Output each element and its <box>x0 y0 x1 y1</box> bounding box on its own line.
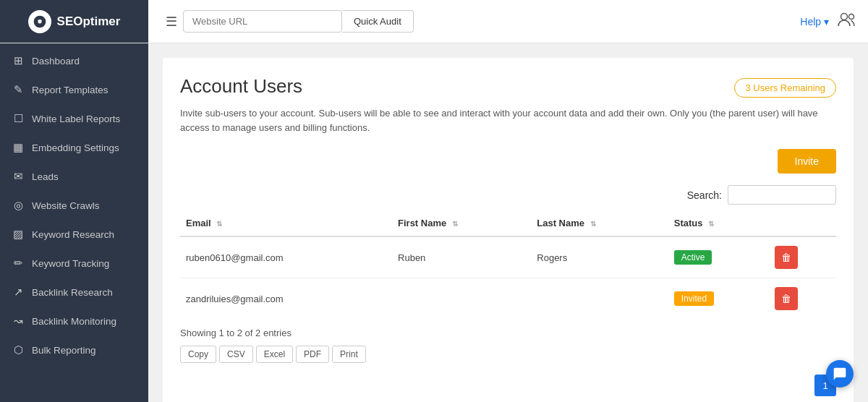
cell-status: Active <box>668 236 769 278</box>
sidebar-label-embedding: Embedding Settings <box>32 142 119 153</box>
export-csv-button[interactable]: CSV <box>219 346 253 363</box>
logo-area: SEOptimer <box>0 0 148 43</box>
svg-point-2 <box>841 13 848 20</box>
table-row: zandriluies@gmail.com Invited 🗑 <box>180 278 836 320</box>
export-print-button[interactable]: Print <box>332 346 366 363</box>
kw-research-icon: ▨ <box>12 228 25 241</box>
sidebar-label-white-label: White Label Reports <box>32 114 120 124</box>
users-remaining-badge: 3 Users Remaining <box>734 78 836 98</box>
cell-email: zandriluies@gmail.com <box>180 278 392 320</box>
sort-icon-status[interactable]: ⇅ <box>708 220 714 228</box>
svg-point-3 <box>849 14 854 19</box>
entries-text: Showing 1 to 2 of 2 entries <box>180 328 836 338</box>
sidebar-item-white-label-reports[interactable]: ☐ White Label Reports <box>0 104 148 133</box>
status-badge: Invited <box>674 291 714 306</box>
delete-button[interactable]: 🗑 <box>775 287 798 310</box>
invite-row: Invite <box>180 149 836 174</box>
sort-icon-email[interactable]: ⇅ <box>216 220 222 228</box>
sidebar-label-leads: Leads <box>32 171 59 182</box>
cell-first-name: Ruben <box>392 236 531 278</box>
logo: SEOptimer <box>28 10 121 33</box>
logo-text: SEOptimer <box>57 14 121 29</box>
sidebar-label-dashboard: Dashboard <box>32 56 80 67</box>
export-excel-button[interactable]: Excel <box>256 346 293 363</box>
sort-icon-firstname[interactable]: ⇅ <box>452 220 458 228</box>
sidebar-label-report-templates: Report Templates <box>32 85 109 95</box>
cell-actions: 🗑 <box>769 236 836 278</box>
sidebar-label-backlink-research: Backlink Research <box>32 287 113 298</box>
cell-status: Invited <box>668 278 769 320</box>
backlink-research-icon: ↗ <box>12 286 25 299</box>
crawls-icon: ◎ <box>12 199 25 212</box>
search-input[interactable] <box>728 185 836 205</box>
col-status: Status ⇅ <box>668 210 769 236</box>
svg-point-1 <box>38 20 41 23</box>
export-buttons: CopyCSVExcelPDFPrint <box>180 346 836 363</box>
col-email: Email ⇅ <box>180 210 392 236</box>
pagination-row: 1 <box>180 375 836 396</box>
invite-button[interactable]: Invite <box>778 149 836 174</box>
sidebar-label-crawls: Website Crawls <box>32 200 100 211</box>
cell-first-name <box>392 278 531 320</box>
sidebar-label-bulk-reporting: Bulk Reporting <box>32 345 96 356</box>
content-card: Account Users 3 Users Remaining Invite s… <box>163 58 854 402</box>
users-table: Email ⇅ First Name ⇅ Last Name ⇅ Status … <box>180 210 836 319</box>
description: Invite sub-users to your account. Sub-us… <box>180 106 831 134</box>
cell-email: ruben0610@gmail.com <box>180 236 392 278</box>
cell-last-name: Rogers <box>531 236 668 278</box>
col-last-name: Last Name ⇅ <box>531 210 668 236</box>
embedding-icon: ▦ <box>12 141 25 154</box>
sidebar-item-dashboard[interactable]: ⊞ Dashboard <box>0 46 148 75</box>
card-header: Account Users 3 Users Remaining <box>180 75 836 98</box>
sidebar-item-keyword-research[interactable]: ▨ Keyword Research <box>0 220 148 249</box>
sidebar-item-backlink-research[interactable]: ↗ Backlink Research <box>0 278 148 307</box>
logo-icon <box>28 10 51 33</box>
chat-bubble[interactable] <box>826 360 854 388</box>
delete-button[interactable]: 🗑 <box>775 246 798 269</box>
col-actions <box>769 210 836 236</box>
cell-last-name <box>531 278 668 320</box>
sidebar-item-leads[interactable]: ✉ Leads <box>0 162 148 191</box>
page-title: Account Users <box>180 75 302 98</box>
sidebar-label-kw-research: Keyword Research <box>32 229 114 240</box>
export-copy-button[interactable]: Copy <box>180 346 216 363</box>
bulk-reporting-icon: ⬡ <box>12 343 25 356</box>
table-footer: Showing 1 to 2 of 2 entries CopyCSVExcel… <box>180 328 836 363</box>
sidebar: ⊞ Dashboard ✎ Report Templates ☐ White L… <box>0 43 148 402</box>
leads-icon: ✉ <box>12 170 25 183</box>
topbar-right: Help ▾ <box>800 12 868 32</box>
backlink-monitoring-icon: ↝ <box>12 315 25 328</box>
hamburger-button[interactable]: ☰ <box>160 8 183 35</box>
sidebar-item-keyword-tracking[interactable]: ✏ Keyword Tracking <box>0 249 148 278</box>
sidebar-item-embedding-settings[interactable]: ▦ Embedding Settings <box>0 133 148 162</box>
status-badge: Active <box>674 250 712 265</box>
sort-icon-lastname[interactable]: ⇅ <box>590 220 596 228</box>
white-label-icon: ☐ <box>12 112 25 125</box>
content-area: Account Users 3 Users Remaining Invite s… <box>148 43 868 402</box>
report-templates-icon: ✎ <box>12 83 25 96</box>
help-button[interactable]: Help ▾ <box>800 16 829 27</box>
sidebar-item-report-templates[interactable]: ✎ Report Templates <box>0 75 148 104</box>
sidebar-item-backlink-monitoring[interactable]: ↝ Backlink Monitoring <box>0 307 148 335</box>
kw-tracking-icon: ✏ <box>12 257 25 270</box>
sidebar-item-website-crawls[interactable]: ◎ Website Crawls <box>0 191 148 220</box>
table-row: ruben0610@gmail.com Ruben Rogers Active … <box>180 236 836 278</box>
sidebar-label-backlink-monitoring: Backlink Monitoring <box>32 316 116 327</box>
sidebar-label-kw-tracking: Keyword Tracking <box>32 258 109 269</box>
dashboard-icon: ⊞ <box>12 54 25 67</box>
sidebar-item-bulk-reporting[interactable]: ⬡ Bulk Reporting <box>0 335 148 364</box>
search-row: Search: <box>180 185 836 205</box>
cell-actions: 🗑 <box>769 278 836 320</box>
users-icon[interactable] <box>838 12 856 32</box>
table-header-row: Email ⇅ First Name ⇅ Last Name ⇅ Status … <box>180 210 836 236</box>
search-label: Search: <box>687 189 722 201</box>
quick-audit-button[interactable]: Quick Audit <box>342 10 414 33</box>
url-input[interactable] <box>183 10 342 33</box>
topbar-center: ☰ Quick Audit <box>148 8 800 35</box>
col-first-name: First Name ⇅ <box>392 210 531 236</box>
export-pdf-button[interactable]: PDF <box>296 346 329 363</box>
